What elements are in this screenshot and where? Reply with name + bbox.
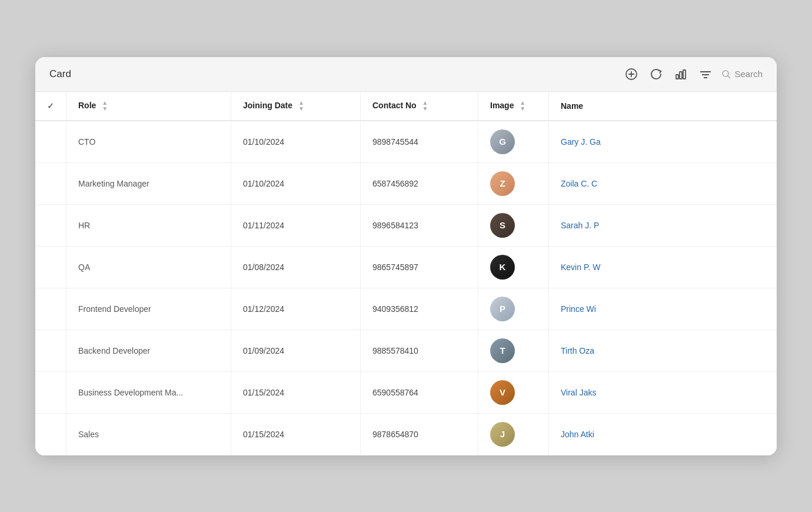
cell-check-7[interactable] (35, 413, 66, 455)
table-row: Frontend Developer 01/12/2024 9409356812… (35, 288, 777, 330)
add-icon[interactable] (623, 65, 640, 83)
data-table-container: ✓ Role ▲▼ Joining Date ▲▼ Contact No ▲▼ (35, 92, 777, 456)
svg-point-9 (723, 71, 728, 77)
cell-check-3[interactable] (35, 246, 66, 288)
cell-contact-6: 6590558764 (361, 371, 478, 413)
cell-role-5: Backend Developer (66, 330, 231, 371)
search-label: Search (734, 69, 763, 79)
cell-image-7: J (478, 413, 549, 455)
search-button[interactable]: Search (721, 69, 763, 79)
cell-check-5[interactable] (35, 330, 66, 371)
cell-name-4: Prince Wi (549, 288, 777, 330)
filter-icon[interactable] (697, 65, 714, 83)
chart-icon[interactable] (672, 65, 690, 83)
cell-name-2: Sarah J. P (549, 204, 777, 246)
svg-rect-3 (676, 75, 678, 79)
table-row: CTO 01/10/2024 9898745544 G Gary J. Ga (35, 121, 777, 163)
cell-role-3: QA (66, 246, 231, 288)
refresh-icon[interactable] (647, 65, 665, 83)
cell-check-6[interactable] (35, 371, 66, 413)
avatar: J (490, 422, 515, 447)
cell-role-1: Marketing Manager (66, 162, 231, 204)
cell-role-2: HR (66, 204, 231, 246)
cell-contact-3: 9865745897 (361, 246, 478, 288)
cell-name-0: Gary J. Ga (549, 121, 777, 163)
cell-check-2[interactable] (35, 204, 66, 246)
cell-date-4: 01/12/2024 (231, 288, 361, 330)
cell-image-1: Z (478, 162, 549, 204)
svg-line-10 (728, 76, 730, 78)
cell-check-0[interactable] (35, 121, 66, 163)
toolbar-actions: Search (623, 65, 763, 83)
avatar: V (490, 380, 515, 405)
cell-name-7: John Atki (549, 413, 777, 455)
header-image[interactable]: Image ▲▼ (478, 92, 549, 121)
table-row: QA 01/08/2024 9865745897 K Kevin P. W (35, 246, 777, 288)
header-check[interactable]: ✓ (35, 92, 66, 121)
cell-name-6: Viral Jaks (549, 371, 777, 413)
avatar: Z (490, 171, 515, 196)
avatar: K (490, 255, 515, 280)
toolbar: Card (35, 57, 777, 92)
cell-date-5: 01/09/2024 (231, 330, 361, 371)
cell-role-4: Frontend Developer (66, 288, 231, 330)
table-row: Sales 01/15/2024 9878654870 J John Atki (35, 413, 777, 455)
header-name: Name (549, 92, 777, 121)
avatar: P (490, 297, 515, 321)
cell-role-7: Sales (66, 413, 231, 455)
cell-date-1: 01/10/2024 (231, 162, 361, 204)
cell-role-0: CTO (66, 121, 231, 163)
cell-contact-2: 9896584123 (361, 204, 478, 246)
sort-image-icon: ▲▼ (520, 100, 525, 112)
cell-date-7: 01/15/2024 (231, 413, 361, 455)
svg-rect-5 (683, 70, 685, 79)
data-table: ✓ Role ▲▼ Joining Date ▲▼ Contact No ▲▼ (35, 92, 777, 456)
table-row: HR 01/11/2024 9896584123 S Sarah J. P (35, 204, 777, 246)
cell-image-5: T (478, 330, 549, 371)
cell-date-6: 01/15/2024 (231, 371, 361, 413)
sort-contact-icon: ▲▼ (422, 100, 428, 112)
cell-role-6: Business Development Ma... (66, 371, 231, 413)
cell-image-3: K (478, 246, 549, 288)
avatar: T (490, 338, 515, 363)
cell-image-2: S (478, 204, 549, 246)
table-row: Business Development Ma... 01/15/2024 65… (35, 371, 777, 413)
page-title: Card (49, 68, 71, 80)
cell-name-1: Zoila C. C (549, 162, 777, 204)
cell-image-6: V (478, 371, 549, 413)
cell-name-3: Kevin P. W (549, 246, 777, 288)
sort-role-icon: ▲▼ (102, 100, 108, 112)
cell-contact-7: 9878654870 (361, 413, 478, 455)
avatar: S (490, 213, 515, 238)
sort-date-icon: ▲▼ (298, 100, 304, 112)
header-role[interactable]: Role ▲▼ (66, 92, 231, 121)
cell-image-4: P (478, 288, 549, 330)
cell-name-5: Tirth Oza (549, 330, 777, 371)
header-joining-date[interactable]: Joining Date ▲▼ (231, 92, 361, 121)
cell-date-0: 01/10/2024 (231, 121, 361, 163)
cell-contact-4: 9409356812 (361, 288, 478, 330)
cell-contact-5: 9885578410 (361, 330, 478, 371)
check-icon: ✓ (47, 101, 54, 111)
cell-check-4[interactable] (35, 288, 66, 330)
header-contact[interactable]: Contact No ▲▼ (361, 92, 478, 121)
cell-date-3: 01/08/2024 (231, 246, 361, 288)
avatar: G (490, 129, 515, 154)
table-row: Backend Developer 01/09/2024 9885578410 … (35, 330, 777, 371)
svg-rect-4 (680, 72, 682, 79)
table-header-row: ✓ Role ▲▼ Joining Date ▲▼ Contact No ▲▼ (35, 92, 777, 121)
main-window: Card (35, 57, 777, 456)
cell-contact-0: 9898745544 (361, 121, 478, 163)
cell-contact-1: 6587456892 (361, 162, 478, 204)
table-row: Marketing Manager 01/10/2024 6587456892 … (35, 162, 777, 204)
cell-check-1[interactable] (35, 162, 66, 204)
cell-date-2: 01/11/2024 (231, 204, 361, 246)
cell-image-0: G (478, 121, 549, 163)
